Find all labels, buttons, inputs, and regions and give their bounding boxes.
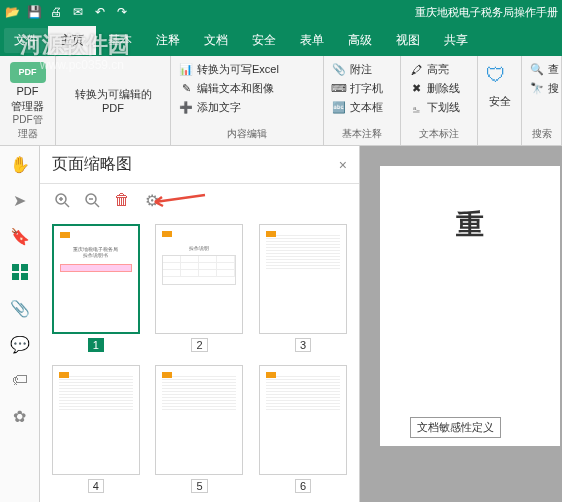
- ribbon-group-basic-annot: 📎附注 ⌨打字机 🔤文本框 基本注释: [324, 56, 401, 145]
- tab-view[interactable]: 视图: [384, 26, 432, 55]
- qat-open-icon[interactable]: 📂: [4, 4, 20, 20]
- excel-icon: 📊: [179, 63, 193, 77]
- strikeout-icon: ✖: [409, 82, 423, 96]
- typewriter-button[interactable]: ⌨打字机: [332, 79, 392, 98]
- thumbnail-item[interactable]: 4: [48, 365, 144, 494]
- ribbon-group-pdf-manager: PDF PDF 管理器 PDF管理器: [0, 56, 56, 145]
- convert-excel-button[interactable]: 📊转换为可写Excel: [179, 60, 315, 79]
- delete-icon[interactable]: 🗑: [112, 190, 132, 210]
- strikeout-button[interactable]: ✖删除线: [409, 79, 469, 98]
- thumbnail-page-6[interactable]: [259, 365, 347, 475]
- qat-redo-icon[interactable]: ↷: [114, 4, 130, 20]
- ribbon-group-label-textmark: 文本标注: [409, 127, 469, 141]
- main-area: ✋ ➤ 🔖 📎 💬 🏷 ✿ 页面缩略图 × 🗑 ⚙ 重庆地税电子税务局操作说明书: [0, 146, 562, 502]
- convert-editable-button[interactable]: 转换为可编辑的PDF: [64, 87, 162, 114]
- pdf-manager-icon[interactable]: PDF: [10, 62, 46, 83]
- tab-advanced[interactable]: 高级: [336, 26, 384, 55]
- zoom-in-icon[interactable]: [52, 190, 72, 210]
- pdf-manager-label2: 管理器: [11, 100, 44, 113]
- find-button[interactable]: 🔍查: [530, 60, 553, 79]
- svg-line-5: [65, 203, 69, 207]
- thumbnail-item[interactable]: 3: [255, 224, 351, 353]
- thumbnail-page-1[interactable]: 重庆地税电子税务局操作说明书: [52, 224, 140, 334]
- thumbnails-grid: 重庆地税电子税务局操作说明书 1 操作说明 2 3: [40, 216, 359, 502]
- svg-rect-1: [21, 264, 28, 271]
- file-menu[interactable]: 文件: [4, 28, 48, 53]
- thumbnail-item[interactable]: 操作说明 2: [152, 224, 248, 353]
- underline-button[interactable]: ⎁下划线: [409, 98, 469, 117]
- thumbnail-page-2[interactable]: 操作说明: [155, 224, 243, 334]
- hand-tool-icon[interactable]: ✋: [6, 150, 34, 178]
- titlebar: 📂 💾 🖨 ✉ ↶ ↷ 重庆地税电子税务局操作手册: [0, 0, 562, 24]
- security-label: 安全: [489, 94, 511, 109]
- svg-rect-0: [12, 264, 19, 271]
- stamp-panel-icon[interactable]: 🏷: [6, 366, 34, 394]
- thumbnail-number: 1: [88, 338, 104, 352]
- panel-toolbar: 🗑 ⚙: [40, 184, 359, 216]
- ribbon-group-label-search: 搜索: [530, 127, 553, 141]
- textbox-button[interactable]: 🔤文本框: [332, 98, 392, 117]
- svg-line-9: [95, 203, 99, 207]
- thumbnail-item[interactable]: 6: [255, 365, 351, 494]
- zoom-out-icon[interactable]: [82, 190, 102, 210]
- ribbon-group-convert: 转换为可编辑的PDF: [56, 56, 171, 145]
- thumbnail-number: 6: [295, 479, 311, 493]
- thumbnail-number: 5: [191, 479, 207, 493]
- textbox-icon: 🔤: [332, 101, 346, 115]
- thumbnail-page-3[interactable]: [259, 224, 347, 334]
- highlight-icon: 🖍: [409, 63, 423, 77]
- ribbon-group-content-edit: 📊转换为可写Excel ✎编辑文本和图像 ➕添加文字 内容编辑: [171, 56, 324, 145]
- highlight-button[interactable]: 🖍高亮: [409, 60, 469, 79]
- thumbnail-item[interactable]: 重庆地税电子税务局操作说明书 1: [48, 224, 144, 353]
- signature-panel-icon[interactable]: ✿: [6, 402, 34, 430]
- tab-document[interactable]: 文档: [192, 26, 240, 55]
- search-button[interactable]: 🔭搜: [530, 79, 553, 98]
- thumbnail-item[interactable]: 5: [152, 365, 248, 494]
- security-icon[interactable]: 🛡: [486, 64, 514, 92]
- thumbnail-panel-icon[interactable]: [6, 258, 34, 286]
- add-text-button[interactable]: ➕添加文字: [179, 98, 315, 117]
- tab-basic[interactable]: 基本: [96, 26, 144, 55]
- document-view[interactable]: 重 文档敏感性定义: [360, 146, 562, 502]
- thumbnail-page-5[interactable]: [155, 365, 243, 475]
- ribbon: PDF PDF 管理器 PDF管理器 转换为可编辑的PDF 📊转换为可写Exce…: [0, 56, 562, 146]
- qat-save-icon[interactable]: 💾: [26, 4, 42, 20]
- qat-mail-icon[interactable]: ✉: [70, 4, 86, 20]
- ribbon-group-label-annot: 基本注释: [332, 127, 392, 141]
- doc-sensitive-label: 文档敏感性定义: [410, 417, 501, 438]
- left-toolbar: ✋ ➤ 🔖 📎 💬 🏷 ✿: [0, 146, 40, 502]
- ribbon-group-label-pdf: PDF管理器: [8, 113, 47, 141]
- tab-comment[interactable]: 注释: [144, 26, 192, 55]
- typewriter-icon: ⌨: [332, 82, 346, 96]
- tab-security[interactable]: 安全: [240, 26, 288, 55]
- attachment-panel-icon[interactable]: 📎: [6, 294, 34, 322]
- tab-share[interactable]: 共享: [432, 26, 480, 55]
- bookmark-panel-icon[interactable]: 🔖: [6, 222, 34, 250]
- pdf-manager-label1: PDF: [17, 85, 39, 98]
- ribbon-group-security: 🛡 安全: [478, 56, 522, 145]
- comment-panel-icon[interactable]: 💬: [6, 330, 34, 358]
- thumbnail-page-4[interactable]: [52, 365, 140, 475]
- doc-preview-char: 重: [392, 206, 548, 244]
- settings-icon[interactable]: ⚙: [142, 190, 162, 210]
- window-title: 重庆地税电子税务局操作手册: [415, 5, 558, 20]
- svg-rect-2: [12, 273, 19, 280]
- attach-button[interactable]: 📎附注: [332, 60, 392, 79]
- thumbnail-number: 2: [191, 338, 207, 352]
- qat-print-icon[interactable]: 🖨: [48, 4, 64, 20]
- select-tool-icon[interactable]: ➤: [6, 186, 34, 214]
- binoculars-icon: 🔭: [530, 82, 544, 96]
- ribbon-group-label-content: 内容编辑: [179, 127, 315, 141]
- thumbnail-number: 4: [88, 479, 104, 493]
- menubar: 文件 主页 基本 注释 文档 安全 表单 高级 视图 共享: [0, 24, 562, 56]
- qat-undo-icon[interactable]: ↶: [92, 4, 108, 20]
- search-icon: 🔍: [530, 63, 544, 77]
- tab-home[interactable]: 主页: [48, 26, 96, 55]
- panel-close-button[interactable]: ×: [339, 157, 347, 173]
- panel-title: 页面缩略图: [52, 154, 339, 175]
- ribbon-group-search: 🔍查 🔭搜 搜索: [522, 56, 562, 145]
- edit-text-button[interactable]: ✎编辑文本和图像: [179, 79, 315, 98]
- tab-form[interactable]: 表单: [288, 26, 336, 55]
- attach-icon: 📎: [332, 63, 346, 77]
- thumbnail-panel: 页面缩略图 × 🗑 ⚙ 重庆地税电子税务局操作说明书 1 操作: [40, 146, 360, 502]
